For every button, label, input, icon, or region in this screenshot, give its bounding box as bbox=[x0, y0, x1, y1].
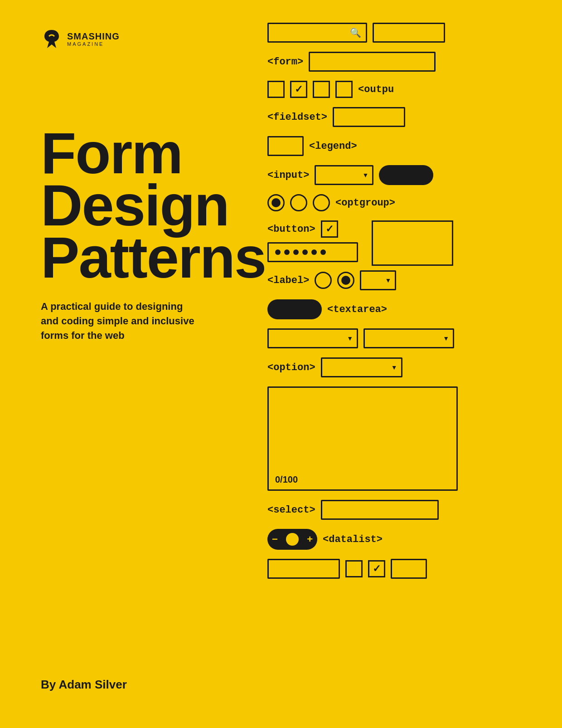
form-input bbox=[309, 52, 436, 72]
logo-magazine: MAGAZINE bbox=[67, 41, 120, 47]
row-select: <select> bbox=[267, 500, 562, 520]
radio-3 bbox=[313, 194, 330, 211]
label-option: <option> bbox=[267, 362, 315, 373]
label-legend: <legend> bbox=[309, 141, 357, 152]
row-legend: <legend> bbox=[267, 136, 562, 156]
pwd-dot-4 bbox=[302, 249, 308, 255]
bottom-input-1 bbox=[267, 559, 340, 579]
label-input: <input> bbox=[267, 170, 309, 181]
checkbox-1 bbox=[267, 81, 285, 98]
label-label: <label> bbox=[267, 275, 309, 286]
checkbox-2-checked bbox=[290, 81, 307, 98]
title-text: Form Design Patterns bbox=[41, 127, 266, 284]
pwd-dot-5 bbox=[311, 249, 317, 255]
checkbox-4 bbox=[335, 81, 353, 98]
bottom-checkbox-2-checked bbox=[368, 560, 385, 577]
logo-area: SMASHING MAGAZINE bbox=[41, 28, 120, 50]
row-textarea-label: <textarea> bbox=[267, 299, 562, 319]
select-arrow-3: ▼ bbox=[347, 335, 353, 342]
label-radio-2-selected bbox=[337, 272, 354, 289]
row-option: <option> ▼ bbox=[267, 357, 562, 377]
select-1: ▼ bbox=[267, 328, 358, 348]
select-2: ▼ bbox=[363, 328, 454, 348]
label-radio-1 bbox=[315, 272, 332, 289]
textarea-count: 0/100 bbox=[275, 474, 298, 485]
row-checkboxes: <outpu bbox=[267, 81, 562, 98]
label-button: <button> bbox=[267, 224, 315, 235]
radio-1-selected bbox=[267, 194, 285, 211]
button-textarea-box bbox=[372, 220, 453, 266]
select-arrow-2: ▼ bbox=[385, 277, 392, 284]
left-panel: SMASHING MAGAZINE Form Design Patterns A… bbox=[0, 0, 254, 728]
label-datalist: <datalist> bbox=[323, 534, 383, 545]
label-output: <outpu bbox=[358, 84, 394, 95]
subtitle: A practical guide to designing and codin… bbox=[41, 299, 195, 343]
big-textarea: 0/100 bbox=[267, 386, 458, 491]
label-optgroup: <optgroup> bbox=[335, 197, 395, 209]
author-text: By Adam Silver bbox=[41, 678, 127, 692]
fieldset-input bbox=[333, 107, 405, 127]
select-input bbox=[321, 500, 439, 520]
label-select: ▼ bbox=[360, 270, 396, 290]
button-checkbox bbox=[321, 220, 338, 238]
pill-button-1 bbox=[379, 165, 433, 185]
checkbox-3 bbox=[313, 81, 330, 98]
search-icon: 🔍 bbox=[350, 27, 361, 38]
label-fieldset: <fieldset> bbox=[267, 112, 327, 123]
select-arrow-4: ▼ bbox=[443, 335, 449, 342]
row-big-textarea: 0/100 bbox=[267, 386, 562, 491]
extra-input-row1 bbox=[373, 23, 445, 43]
label-form: <form> bbox=[267, 56, 303, 68]
row-two-selects: ▼ ▼ bbox=[267, 328, 562, 348]
row-button: <button> bbox=[267, 220, 562, 266]
form-elements-illustration: 🔍 <form> <outpu <fieldset> bbox=[267, 23, 562, 579]
password-input bbox=[267, 242, 358, 262]
logo-smashing: SMASHING bbox=[67, 31, 120, 41]
option-select: ▼ bbox=[321, 357, 402, 377]
toggle-switch: − + bbox=[267, 529, 317, 550]
row-optgroup: <optgroup> bbox=[267, 194, 562, 211]
row-label: <label> ▼ bbox=[267, 270, 562, 290]
row-datalist: − + <datalist> bbox=[267, 529, 562, 550]
toggle-plus-icon: + bbox=[307, 533, 313, 545]
author: By Adam Silver bbox=[41, 678, 127, 692]
row-input: <input> ▼ bbox=[267, 165, 562, 185]
label-textarea: <textarea> bbox=[327, 304, 387, 315]
bottom-input-2 bbox=[391, 559, 427, 579]
pwd-dot-2 bbox=[284, 249, 290, 255]
row-search: 🔍 bbox=[267, 23, 562, 43]
logo-text: SMASHING MAGAZINE bbox=[67, 31, 120, 47]
toggle-minus-icon: − bbox=[272, 533, 278, 545]
label-select: <select> bbox=[267, 504, 315, 516]
toggle-circle bbox=[286, 533, 299, 546]
row-fieldset: <fieldset> bbox=[267, 107, 562, 127]
smashing-logo-icon bbox=[41, 28, 63, 50]
book-title: Form Design Patterns bbox=[41, 127, 266, 284]
select-arrow-1: ▼ bbox=[363, 171, 369, 179]
pwd-dot-1 bbox=[275, 249, 281, 255]
right-panel: 🔍 <form> <outpu <fieldset> bbox=[254, 0, 562, 728]
pwd-dot-6 bbox=[320, 249, 326, 255]
pill-button-2 bbox=[267, 299, 322, 319]
book-cover: SMASHING MAGAZINE Form Design Patterns A… bbox=[0, 0, 562, 728]
select-arrow-5: ▼ bbox=[391, 364, 397, 371]
radio-2 bbox=[290, 194, 307, 211]
bottom-checkbox-1 bbox=[345, 560, 363, 577]
search-field: 🔍 bbox=[267, 23, 367, 43]
subtitle-text: A practical guide to designing and codin… bbox=[41, 299, 195, 343]
row-bottom-checkboxes bbox=[267, 559, 562, 579]
legend-input bbox=[267, 136, 304, 156]
input-select: ▼ bbox=[315, 165, 373, 185]
pwd-dot-3 bbox=[293, 249, 299, 255]
row-form: <form> bbox=[267, 52, 562, 72]
